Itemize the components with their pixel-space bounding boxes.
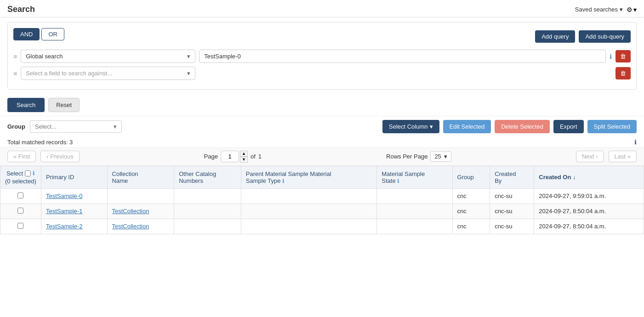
table-row: TestSample-0 cnc cnc-su 2024-09-27, 9:59… [0,188,644,204]
created-on-cell: 2024-09-27, 8:50:04 a.m. [534,219,644,234]
primary-id-link[interactable]: TestSample-0 [46,192,82,199]
page-title: Search [7,5,35,14]
primary-id-column-header[interactable]: Primary ID [41,166,107,188]
other-catalog-cell [174,219,241,234]
drag-handle-icon[interactable]: ≡ [13,70,17,77]
row-checkbox-cell [0,204,41,219]
and-button[interactable]: AND [13,28,40,40]
action-buttons: Search Reset [0,94,644,116]
primary-id-cell: TestSample-0 [41,188,107,204]
split-selected-button[interactable]: Split Selected [587,120,637,133]
other-catalog-cell [174,188,241,204]
row-checkbox-0[interactable] [17,192,23,198]
info-icon: ℹ [634,139,637,146]
group-cell: cnc [452,219,490,234]
add-sub-query-button[interactable]: Add sub-query [579,30,631,43]
table-row: TestSample-2 TestCollection cnc cnc-su 2… [0,219,644,234]
edit-selected-button[interactable]: Edit Selected [443,120,491,133]
created-on-cell: 2024-09-27, 9:59:01 a.m. [534,188,644,204]
table-row: TestSample-1 TestCollection cnc cnc-su 2… [0,204,644,219]
created-by-cell: cnc-su [490,204,534,219]
parent-material-cell [241,219,376,234]
settings-button[interactable]: ⚙ ▾ [627,6,637,13]
rows-per-page-group: Rows Per Page 25 ▾ [386,151,451,162]
results-table: Select ℹ (0 selected) Primary ID Collect… [0,166,644,234]
or-button[interactable]: OR [41,28,64,40]
total-matched-text: Total matched records: 3 [7,139,73,146]
delete-row-2-button[interactable]: 🗑 [616,67,631,79]
next-button[interactable]: Next › [576,151,604,162]
group-cell: cnc [452,204,490,219]
page-up-button[interactable]: ▲ [240,151,248,157]
delete-selected-button[interactable]: Delete Selected [495,120,550,133]
field-select-2[interactable]: Select a field to search against... ▾ [21,67,195,80]
drag-handle-icon[interactable]: ≡ [13,53,17,60]
row-checkbox-1[interactable] [17,208,23,214]
page-number-input[interactable] [221,151,239,162]
records-info: Total matched records: 3 ℹ [0,137,644,147]
collection-name-cell [107,188,174,204]
field-select-1[interactable]: Global search ▾ [21,50,195,63]
created-on-column-header[interactable]: Created On ↓ [534,166,644,188]
search-button[interactable]: Search [7,98,45,112]
created-by-column-header[interactable]: CreatedBy [490,166,534,188]
select-all-checkbox[interactable] [25,170,31,176]
primary-id-link[interactable]: TestSample-1 [46,208,82,215]
group-label: Group [7,123,25,130]
collection-name-cell: TestCollection [107,204,174,219]
chevron-down-icon: ▾ [187,70,190,77]
group-select[interactable]: Select... ▾ [30,120,122,133]
material-state-column-header: Material SampleState ℹ [377,166,452,188]
row-checkbox-cell [0,219,41,234]
info-icon[interactable]: ℹ [33,170,35,176]
chevron-down-icon: ▾ [620,6,623,13]
gear-icon: ⚙ [627,6,633,13]
created-by-cell: cnc-su [490,219,534,234]
page-down-button[interactable]: ▼ [240,157,248,163]
select-column-button[interactable]: Select Column ▾ [382,120,439,133]
parent-material-cell [241,188,376,204]
row-checkbox-2[interactable] [17,223,23,229]
group-cell: cnc [452,188,490,204]
info-icon[interactable]: ℹ [397,178,399,184]
previous-button[interactable]: ‹ Previous [40,151,80,162]
other-catalog-column-header[interactable]: Other CatalogNumbers [174,166,241,188]
info-icon[interactable]: ℹ [282,178,285,184]
collection-name-column-header[interactable]: CollectionName [107,166,174,188]
info-icon[interactable]: ℹ [610,53,612,60]
value-input-1[interactable] [199,50,606,63]
parent-material-cell [241,204,376,219]
group-column-header[interactable]: Group [452,166,490,188]
collection-link[interactable]: TestCollection [112,208,149,215]
row-checkbox-cell [0,188,41,204]
page-header: Search Saved searches ▾ ⚙ ▾ [0,0,644,17]
query-row-1: ≡ Global search ▾ ℹ 🗑 [13,50,631,63]
saved-searches-button[interactable]: Saved searches ▾ [575,6,623,13]
primary-id-link[interactable]: TestSample-2 [46,223,82,230]
created-on-cell: 2024-09-27, 8:50:04 a.m. [534,204,644,219]
select-column-header: Select ℹ (0 selected) [0,166,41,188]
header-right: Saved searches ▾ ⚙ ▾ [575,6,637,13]
other-catalog-cell [174,204,241,219]
page-input-group: Page ▲ ▼ of 1 [204,151,262,163]
add-query-button[interactable]: Add query [535,30,575,43]
logic-buttons: AND OR [13,28,64,40]
results-toolbar: Group Select... ▾ Select Column ▾ Edit S… [0,116,644,137]
chevron-down-icon[interactable]: ▾ [444,153,447,160]
export-button[interactable]: Export [553,120,584,133]
collection-link[interactable]: TestCollection [112,223,149,230]
chevron-down-icon: ▾ [633,6,637,13]
last-button[interactable]: Last » [609,151,637,162]
first-button[interactable]: « First [7,151,36,162]
toolbar-right-buttons: Select Column ▾ Edit Selected Delete Sel… [382,120,637,133]
chevron-down-icon: ▾ [114,123,117,130]
delete-row-1-button[interactable]: 🗑 [616,50,631,62]
parent-material-column-header: Parent Material Sample MaterialSample Ty… [241,166,376,188]
primary-id-cell: TestSample-2 [41,219,107,234]
material-state-cell [377,188,452,204]
pagination-bar: « First ‹ Previous Page ▲ ▼ of 1 Rows Pe… [0,147,644,166]
material-state-cell [377,204,452,219]
chevron-down-icon: ▾ [187,53,190,60]
reset-button[interactable]: Reset [48,98,80,112]
collection-name-cell: TestCollection [107,219,174,234]
